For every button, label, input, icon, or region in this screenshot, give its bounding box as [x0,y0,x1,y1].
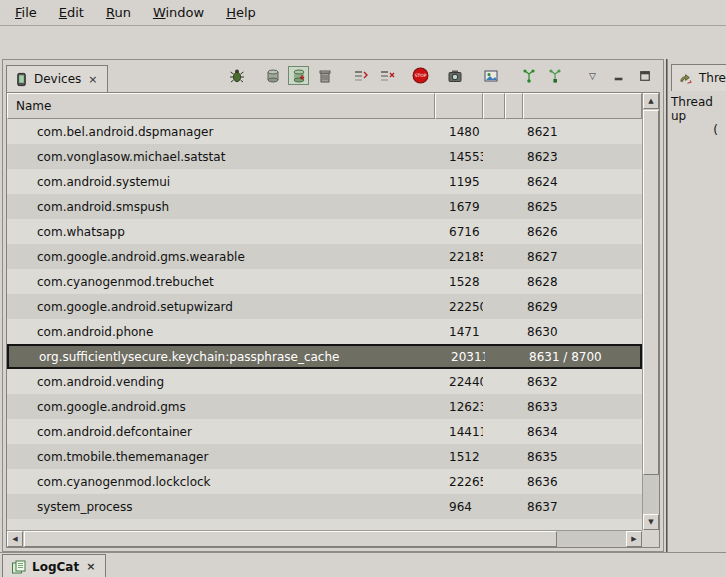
column-header-c4[interactable] [505,93,523,119]
process-pid: 1679 [435,200,483,214]
process-port: 8628 [519,275,642,289]
threads-update-icon [353,68,369,84]
devices-panel: Devices × [2,59,664,552]
process-port: 8627 [519,250,642,264]
process-name: com.google.android.gms [7,400,435,414]
toolbar-strip [0,27,726,59]
stop-icon: STOP [412,67,429,84]
logcat-bar: LogCat × [0,552,726,577]
threads-tab-bar: Threads [668,59,726,91]
profiling-stop-icon [547,68,563,84]
update-threads-button[interactable] [350,66,371,85]
menu-help[interactable]: Help [215,1,267,24]
start-profiling-button[interactable] [518,66,539,85]
column-header-port[interactable] [523,93,642,119]
process-name: com.cyanogenmod.trebuchet [7,275,435,289]
heap-cylinder-icon [265,68,281,84]
table-row[interactable]: com.bel.android.dspmanager 1480 8621 [7,119,642,144]
devices-close-icon[interactable]: × [86,73,99,86]
process-name: com.whatsapp [7,225,435,239]
process-pid: 1512 [435,450,483,464]
menu-file[interactable]: File [4,1,48,24]
table-row[interactable]: com.whatsapp 6716 8626 [7,219,642,244]
table-row[interactable]: com.vonglasow.michael.satstat 14553 8623 [7,144,642,169]
table-row[interactable]: com.android.systemui 1195 8624 [7,169,642,194]
process-port: 8631 / 8700 [521,350,640,364]
menu-edit[interactable]: Edit [48,1,95,24]
scroll-left-icon[interactable]: ◀ [7,531,23,547]
process-pid: 22265 [435,475,483,489]
process-pid: 964 [435,500,483,514]
dump-hprof-button[interactable] [288,66,309,85]
table-row[interactable]: com.android.phone 1471 8630 [7,319,642,344]
process-pid: 14553 [435,150,483,164]
table-row[interactable]: com.google.android.gms 12623 8633 [7,394,642,419]
logcat-close-icon[interactable]: × [84,560,97,573]
cause-gc-button[interactable] [314,66,335,85]
update-heap-button[interactable] [262,66,283,85]
column-header-name[interactable]: Name [7,93,435,119]
menu-run[interactable]: Run [95,1,142,24]
trash-icon [317,68,333,84]
screen-record-button[interactable] [480,66,501,85]
process-table: Name com.bel.android.dspmanager 1480 862… [6,92,660,548]
maximize-icon [639,70,651,82]
table-row[interactable]: com.android.vending 22440 8632 [7,369,642,394]
svg-text:STOP: STOP [415,73,427,78]
logcat-icon [11,559,27,575]
table-row[interactable]: com.google.android.setupwizard 22250 862… [7,294,642,319]
table-row[interactable]: com.android.defcontainer 14411 8634 [7,419,642,444]
scroll-right-icon[interactable]: ▶ [626,531,642,547]
process-pid: 12623 [435,400,483,414]
tab-devices[interactable]: Devices × [6,65,108,92]
scroll-up-icon[interactable]: ▲ [643,93,659,109]
process-port: 8632 [519,375,642,389]
process-port: 8633 [519,400,642,414]
screen-capture-button[interactable] [444,66,465,85]
vertical-scroll-thumb[interactable] [643,110,659,475]
devices-toolbar: STOP [226,66,655,85]
refresh-threads-button[interactable] [376,66,397,85]
horizontal-scrollbar[interactable]: ◀ ▶ [7,530,642,547]
scrollbar-corner [642,530,659,547]
process-name: com.android.defcontainer [7,425,435,439]
table-row[interactable]: com.cyanogenmod.trebuchet 1528 8628 [7,269,642,294]
table-row[interactable]: com.tmobile.thememanager 1512 8635 [7,444,642,469]
table-row[interactable]: com.android.smspush 1679 8625 [7,194,642,219]
stop-profiling-button[interactable] [544,66,565,85]
process-port: 8630 [519,325,642,339]
process-name: com.cyanogenmod.lockclock [7,475,435,489]
column-header-c3[interactable] [483,93,505,119]
process-name: org.sufficientlysecure.keychain:passphra… [9,350,437,364]
minimize-panel-button[interactable] [608,66,629,85]
debug-process-button[interactable] [226,66,247,85]
process-pid: 14411 [435,425,483,439]
menu-window[interactable]: Window [142,1,215,24]
table-row[interactable]: org.sufficientlysecure.keychain:passphra… [7,344,642,369]
horizontal-scroll-thumb[interactable] [24,531,557,547]
table-row[interactable]: system_process 964 8637 [7,494,642,519]
scroll-down-icon[interactable]: ▼ [643,514,659,530]
process-port: 8625 [519,200,642,214]
table-row[interactable]: com.google.android.gms.wearable 22185 86… [7,244,642,269]
tab-logcat[interactable]: LogCat × [2,554,106,577]
process-name: com.android.vending [7,375,435,389]
column-header-pid[interactable] [435,93,483,119]
camera-icon [447,68,463,84]
view-menu-button[interactable]: ▽ [582,66,603,85]
maximize-panel-button[interactable] [634,66,655,85]
table-row[interactable]: com.cyanogenmod.lockclock 22265 8636 [7,469,642,494]
threads-message-line1: Thread up [671,95,723,123]
devices-tab-label: Devices [34,72,81,86]
process-name: com.vonglasow.michael.satstat [7,150,435,164]
threads-panel: Threads Thread up ( [667,59,726,552]
minimize-icon [613,70,625,82]
vertical-scrollbar[interactable]: ▲ ▼ [642,93,659,530]
process-pid: 1528 [435,275,483,289]
stop-process-button[interactable]: STOP [410,66,431,85]
process-name: com.android.smspush [7,200,435,214]
tab-threads[interactable]: Threads [671,64,726,91]
process-port: 8623 [519,150,642,164]
process-pid: 1195 [435,175,483,189]
device-icon [14,72,29,87]
